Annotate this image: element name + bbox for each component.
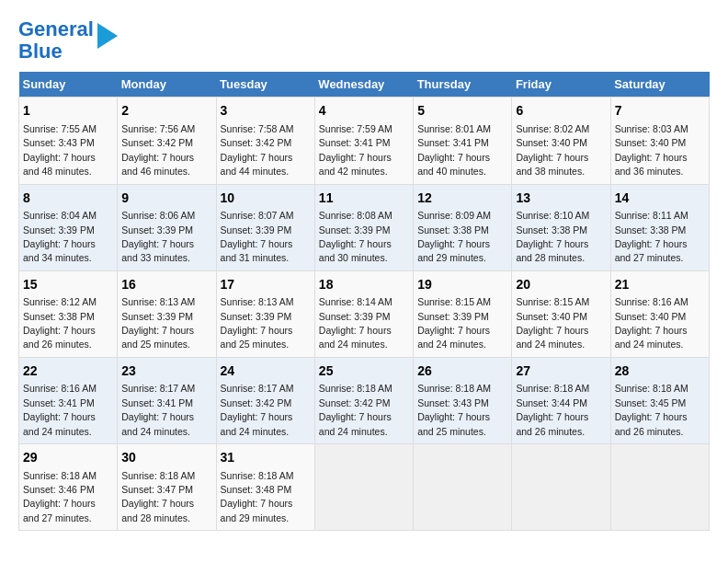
sunrise-info: Sunrise: 8:16 AM [23, 383, 97, 394]
calendar-cell: 16 Sunrise: 8:13 AM Sunset: 3:39 PM Dayl… [118, 270, 216, 357]
day-number: 7 [615, 102, 705, 121]
daylight-info: Daylight: 7 hours and 31 minutes. [221, 238, 293, 263]
sunset-info: Sunset: 3:47 PM [121, 484, 193, 495]
sunrise-info: Sunrise: 8:07 AM [221, 210, 294, 221]
sunset-info: Sunset: 3:39 PM [417, 311, 489, 322]
calendar-cell: 27 Sunrise: 8:18 AM Sunset: 3:44 PM Dayl… [512, 357, 610, 443]
day-number: 22 [23, 362, 113, 381]
sunset-info: Sunset: 3:39 PM [221, 311, 292, 322]
sunset-info: Sunset: 3:38 PM [417, 224, 489, 236]
sunset-info: Sunset: 3:40 PM [516, 137, 587, 148]
day-number: 17 [221, 276, 311, 294]
calendar-cell: 14 Sunrise: 8:11 AM Sunset: 3:38 PM Dayl… [610, 184, 709, 270]
sunset-info: Sunset: 3:48 PM [221, 484, 292, 495]
sunset-info: Sunset: 3:40 PM [615, 137, 687, 148]
calendar-cell: 5 Sunrise: 8:01 AM Sunset: 3:41 PM Dayli… [414, 98, 512, 184]
day-number: 3 [221, 102, 311, 121]
calendar-week-row: 22 Sunrise: 8:16 AM Sunset: 3:41 PM Dayl… [19, 357, 710, 443]
sunset-info: Sunset: 3:39 PM [121, 311, 193, 322]
daylight-info: Daylight: 7 hours and 24 minutes. [221, 411, 293, 436]
calendar-cell: 23 Sunrise: 8:17 AM Sunset: 3:41 PM Dayl… [118, 357, 216, 443]
daylight-info: Daylight: 7 hours and 25 minutes. [121, 325, 194, 350]
day-number: 8 [23, 190, 113, 208]
calendar-cell: 10 Sunrise: 8:07 AM Sunset: 3:39 PM Dayl… [216, 184, 314, 270]
calendar-header-row: SundayMondayTuesdayWednesdayThursdayFrid… [19, 72, 710, 98]
sunrise-info: Sunrise: 7:58 AM [221, 123, 294, 134]
calendar-cell: 21 Sunrise: 8:16 AM Sunset: 3:40 PM Dayl… [610, 270, 709, 357]
daylight-info: Daylight: 7 hours and 29 minutes. [221, 498, 293, 523]
sunset-info: Sunset: 3:44 PM [516, 397, 587, 408]
sunrise-info: Sunrise: 8:15 AM [417, 296, 491, 307]
daylight-info: Daylight: 7 hours and 27 minutes. [23, 498, 96, 523]
sunrise-info: Sunrise: 8:11 AM [615, 210, 688, 221]
calendar-table: SundayMondayTuesdayWednesdayThursdayFrid… [18, 72, 710, 531]
sunset-info: Sunset: 3:42 PM [221, 397, 292, 408]
daylight-info: Daylight: 7 hours and 48 minutes. [23, 152, 96, 177]
day-number: 11 [319, 190, 409, 208]
sunrise-info: Sunrise: 8:09 AM [417, 210, 491, 221]
sunset-info: Sunset: 3:39 PM [121, 224, 193, 236]
daylight-info: Daylight: 7 hours and 24 minutes. [319, 411, 392, 436]
calendar-cell: 3 Sunrise: 7:58 AM Sunset: 3:42 PM Dayli… [216, 98, 314, 184]
daylight-info: Daylight: 7 hours and 38 minutes. [516, 152, 588, 177]
day-number: 25 [319, 362, 409, 381]
daylight-info: Daylight: 7 hours and 29 minutes. [417, 238, 490, 263]
daylight-info: Daylight: 7 hours and 24 minutes. [615, 325, 688, 350]
calendar-cell: 26 Sunrise: 8:18 AM Sunset: 3:43 PM Dayl… [414, 357, 512, 443]
sunset-info: Sunset: 3:43 PM [417, 397, 489, 408]
day-number: 4 [319, 102, 409, 121]
daylight-info: Daylight: 7 hours and 25 minutes. [417, 411, 490, 436]
sunrise-info: Sunrise: 8:06 AM [121, 210, 195, 221]
calendar-header-monday: Monday [118, 72, 216, 98]
sunrise-info: Sunrise: 8:08 AM [319, 210, 392, 221]
calendar-cell: 31 Sunrise: 8:18 AM Sunset: 3:48 PM Dayl… [216, 444, 314, 531]
logo: GeneralBlue [18, 18, 118, 63]
logo-arrow-icon [97, 23, 118, 49]
sunrise-info: Sunrise: 8:18 AM [23, 470, 97, 481]
daylight-info: Daylight: 7 hours and 24 minutes. [417, 325, 490, 350]
sunset-info: Sunset: 3:40 PM [615, 311, 687, 322]
sunrise-info: Sunrise: 8:12 AM [23, 296, 97, 307]
sunset-info: Sunset: 3:38 PM [615, 224, 687, 236]
calendar-header-friday: Friday [512, 72, 610, 98]
daylight-info: Daylight: 7 hours and 42 minutes. [319, 152, 392, 177]
calendar-header-tuesday: Tuesday [216, 72, 314, 98]
daylight-info: Daylight: 7 hours and 24 minutes. [23, 411, 96, 436]
daylight-info: Daylight: 7 hours and 24 minutes. [516, 325, 588, 350]
sunrise-info: Sunrise: 8:14 AM [319, 296, 392, 307]
page-header: GeneralBlue [18, 18, 710, 63]
day-number: 5 [417, 102, 507, 121]
sunrise-info: Sunrise: 8:13 AM [121, 296, 195, 307]
calendar-week-row: 29 Sunrise: 8:18 AM Sunset: 3:46 PM Dayl… [19, 444, 710, 531]
sunset-info: Sunset: 3:38 PM [23, 311, 95, 322]
calendar-week-row: 15 Sunrise: 8:12 AM Sunset: 3:38 PM Dayl… [19, 270, 710, 357]
sunset-info: Sunset: 3:42 PM [319, 397, 391, 408]
day-number: 12 [417, 190, 507, 208]
calendar-cell: 11 Sunrise: 8:08 AM Sunset: 3:39 PM Dayl… [314, 184, 413, 270]
daylight-info: Daylight: 7 hours and 28 minutes. [516, 238, 588, 263]
day-number: 18 [319, 276, 409, 294]
sunrise-info: Sunrise: 7:55 AM [23, 123, 97, 134]
sunset-info: Sunset: 3:39 PM [221, 224, 292, 236]
daylight-info: Daylight: 7 hours and 27 minutes. [615, 238, 688, 263]
sunrise-info: Sunrise: 8:01 AM [417, 123, 491, 134]
sunset-info: Sunset: 3:39 PM [319, 224, 391, 236]
day-number: 23 [121, 362, 211, 381]
day-number: 24 [221, 362, 311, 381]
calendar-week-row: 8 Sunrise: 8:04 AM Sunset: 3:39 PM Dayli… [19, 184, 710, 270]
day-number: 13 [516, 190, 606, 208]
sunrise-info: Sunrise: 8:18 AM [221, 470, 294, 481]
calendar-cell: 24 Sunrise: 8:17 AM Sunset: 3:42 PM Dayl… [216, 357, 314, 443]
sunset-info: Sunset: 3:42 PM [221, 137, 292, 148]
sunset-info: Sunset: 3:40 PM [516, 311, 587, 322]
calendar-cell: 18 Sunrise: 8:14 AM Sunset: 3:39 PM Dayl… [314, 270, 413, 357]
sunset-info: Sunset: 3:41 PM [319, 137, 391, 148]
svg-marker-0 [97, 23, 118, 49]
day-number: 19 [417, 276, 507, 294]
daylight-info: Daylight: 7 hours and 46 minutes. [121, 152, 194, 177]
daylight-info: Daylight: 7 hours and 24 minutes. [319, 325, 392, 350]
calendar-cell: 22 Sunrise: 8:16 AM Sunset: 3:41 PM Dayl… [19, 357, 118, 443]
calendar-cell: 9 Sunrise: 8:06 AM Sunset: 3:39 PM Dayli… [118, 184, 216, 270]
sunrise-info: Sunrise: 8:03 AM [615, 123, 688, 134]
daylight-info: Daylight: 7 hours and 26 minutes. [615, 411, 688, 436]
